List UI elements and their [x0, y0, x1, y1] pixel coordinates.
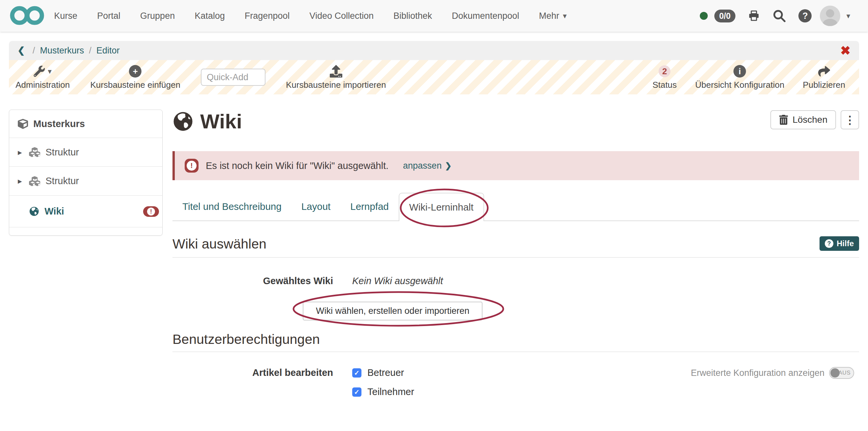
user-permissions-heading: Benutzerberechtigungen — [173, 332, 859, 352]
alert-adjust-link[interactable]: anpassen ❯ — [403, 161, 452, 171]
tree-item-label: Musterkurs — [33, 118, 85, 130]
nav-item-bibliothek[interactable]: Bibliothek — [394, 11, 432, 21]
nav-item-portal[interactable]: Portal — [97, 11, 121, 21]
editor-toolbar: ▾ Administration + Kursbausteine einfüge… — [9, 60, 859, 94]
status-button[interactable]: 2 Status — [652, 64, 677, 90]
print-icon[interactable] — [748, 9, 760, 22]
tree-item-struktur-2[interactable]: ▸ Struktur — [9, 166, 162, 195]
advanced-config-toggle[interactable]: AUS — [829, 367, 854, 379]
checkbox-teilnehmer[interactable]: ✓ Teilnehmer — [352, 386, 414, 397]
nav-utility-cluster: 0/0 ? ▾ — [700, 0, 850, 32]
chevron-right-icon: ❯ — [445, 161, 452, 170]
config-tabs: Titel und Beschreibung Layout Lernpfad W… — [173, 193, 859, 221]
checkbox-betreuer[interactable]: ✓ Betreuer — [352, 367, 414, 378]
help-badge-button[interactable]: ? Hilfe — [819, 236, 859, 251]
tree-item-wiki[interactable]: Wiki ! — [9, 195, 162, 227]
breadcrumb: ❮ / Musterkurs / Editor ✖ — [9, 41, 859, 60]
advanced-config-row: Erweiterte Konfiguration anzeigen AUS — [691, 367, 854, 379]
tab-lernpfad[interactable]: Lernpfad — [340, 193, 398, 221]
administration-label: Administration — [16, 80, 70, 90]
overview-configuration-button[interactable]: i Übersicht Konfiguration — [695, 64, 784, 90]
publish-button[interactable]: Publizieren — [803, 64, 845, 90]
alert-exclamation-icon: ! — [185, 159, 198, 173]
checkbox-betreuer-label: Betreuer — [367, 367, 404, 378]
administration-menu-button[interactable]: ▾ Administration — [16, 64, 70, 90]
import-course-elements-button[interactable]: Kursbausteine importieren — [286, 64, 386, 90]
advanced-config-label: Erweiterte Konfiguration anzeigen — [691, 368, 825, 378]
toggle-state-label: AUS — [839, 370, 850, 376]
caret-right-icon[interactable]: ▸ — [18, 147, 29, 157]
status-label: Status — [652, 80, 677, 90]
globe-icon — [173, 111, 194, 132]
top-navigation-bar: Kurse Portal Gruppen Katalog Fragenpool … — [0, 0, 868, 32]
openolat-logo-icon[interactable] — [10, 6, 44, 25]
delete-button-label: Löschen — [793, 115, 828, 125]
select-wiki-heading-text: Wiki auswählen — [173, 236, 267, 252]
delete-button[interactable]: Löschen — [770, 110, 836, 130]
import-course-elements-label: Kursbausteine importieren — [286, 80, 386, 90]
close-editor-icon[interactable]: ✖ — [840, 45, 850, 57]
user-avatar[interactable] — [820, 6, 840, 26]
tree-item-course-root[interactable]: Musterkurs — [9, 110, 162, 138]
chevron-down-icon: ▾ — [563, 12, 567, 20]
tree-empty-row — [9, 227, 162, 235]
choose-wiki-button[interactable]: Wiki wählen, erstellen oder importieren — [303, 301, 483, 320]
cubes-icon — [29, 176, 40, 187]
main-menu: Kurse Portal Gruppen Katalog Fragenpool … — [54, 0, 566, 32]
question-circle-icon: ? — [825, 239, 833, 248]
edit-articles-checkbox-group: ✓ Betreuer ✓ Teilnehmer — [352, 367, 414, 397]
cubes-icon — [29, 146, 40, 158]
presence-status-icon — [700, 12, 708, 20]
quick-add-input[interactable] — [201, 69, 266, 86]
help-icon[interactable]: ? — [798, 9, 812, 23]
exclamation-circle-icon: ! — [187, 161, 196, 171]
plus-circle-icon: + — [129, 65, 142, 78]
upload-icon — [330, 65, 342, 78]
search-icon[interactable] — [772, 9, 786, 23]
alert-message: Es ist noch kein Wiki für "Wiki" ausgewä… — [206, 161, 389, 171]
caret-right-icon[interactable]: ▸ — [18, 176, 29, 186]
alert-adjust-link-label: anpassen — [403, 161, 442, 171]
breadcrumb-item-editor[interactable]: Editor — [96, 46, 120, 56]
publish-label: Publizieren — [803, 80, 845, 90]
breadcrumb-separator: / — [89, 46, 92, 56]
checkbox-teilnehmer-label: Teilnehmer — [367, 386, 414, 397]
selected-wiki-row: Gewähltes Wiki Kein Wiki ausgewählt — [173, 276, 859, 286]
chevron-down-icon: ▾ — [48, 68, 52, 75]
title-actions: Löschen ⋮ — [770, 110, 859, 130]
tree-item-struktur-1[interactable]: ▸ Struktur — [9, 138, 162, 166]
tab-layout[interactable]: Layout — [291, 193, 341, 221]
nav-item-katalog[interactable]: Katalog — [194, 11, 225, 21]
course-tree-sidebar: Musterkurs ▸ Struktur ▸ Struktur Wiki ! — [9, 110, 163, 236]
more-actions-button[interactable]: ⋮ — [841, 110, 859, 130]
insert-course-element-button[interactable]: + Kursbausteine einfügen — [90, 64, 180, 90]
page-title: Wiki — [173, 110, 242, 133]
nav-item-video-collection[interactable]: Video Collection — [309, 11, 374, 21]
kebab-menu-icon: ⋮ — [845, 114, 856, 126]
nav-item-gruppen[interactable]: Gruppen — [140, 11, 175, 21]
insert-course-element-label: Kursbausteine einfügen — [90, 80, 180, 90]
checked-checkbox-icon[interactable]: ✓ — [352, 368, 362, 377]
toolbar-left-group: ▾ Administration + Kursbausteine einfüge… — [16, 64, 386, 90]
back-chevron-icon[interactable]: ❮ — [18, 45, 25, 56]
chat-counter-badge[interactable]: 0/0 — [714, 9, 736, 23]
status-count-badge: 2 — [659, 65, 671, 77]
nav-item-kurse[interactable]: Kurse — [54, 11, 78, 21]
toolbar-right-group: 2 Status i Übersicht Konfiguration — [652, 64, 845, 90]
edit-articles-label: Artikel bearbeiten — [173, 367, 333, 378]
globe-icon — [29, 206, 39, 217]
breadcrumb-item-musterkurs[interactable]: Musterkurs — [40, 46, 84, 56]
user-permissions-heading-text: Benutzerberechtigungen — [173, 332, 320, 347]
nav-item-fragenpool[interactable]: Fragenpool — [245, 11, 290, 21]
user-menu-chevron-down-icon[interactable]: ▾ — [846, 12, 850, 20]
nav-item-mehr[interactable]: Mehr ▾ — [539, 11, 566, 21]
exclamation-circle-icon: ! — [147, 208, 155, 216]
checked-checkbox-icon[interactable]: ✓ — [352, 387, 362, 397]
nav-item-dokumentenpool[interactable]: Dokumentenpool — [452, 11, 519, 21]
help-badge-label: Hilfe — [837, 239, 854, 248]
tab-titel-und-beschreibung[interactable]: Titel und Beschreibung — [173, 193, 291, 221]
tree-item-label: Wiki — [44, 206, 64, 217]
info-circle-icon: i — [734, 65, 746, 78]
tab-wiki-lerninhalt[interactable]: Wiki-Lerninhalt — [399, 193, 484, 221]
wiki-error-badge: ! — [143, 206, 159, 217]
